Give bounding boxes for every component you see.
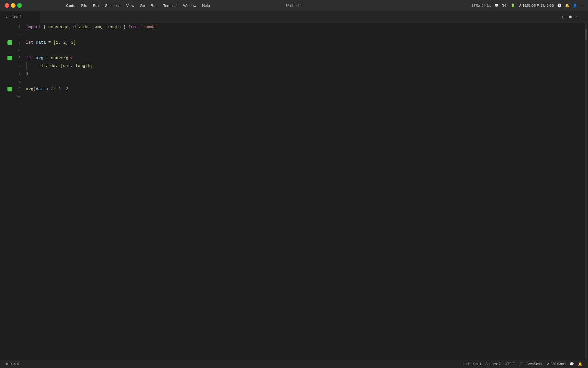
warning-number: 0 — [17, 362, 19, 366]
code-token: , — [70, 64, 75, 68]
titlebar-system-info: 2 KB/s 0 KB/s 💬 34° 🔋 U: 18.55 GB F: 13.… — [471, 3, 588, 7]
code-token: avg — [36, 56, 43, 60]
gutter-row: 4 — [0, 46, 23, 54]
code-token — [61, 87, 66, 91]
menu-go[interactable]: Go — [137, 2, 148, 9]
titlebar-left — [0, 3, 57, 8]
notification-bell[interactable]: 🔔 — [576, 360, 584, 368]
menu-run[interactable]: Run — [148, 2, 160, 9]
indentation[interactable]: Spaces: 2 — [484, 360, 502, 368]
breakpoint-placeholder — [7, 48, 12, 53]
warning-icon: ⚠ — [13, 362, 16, 366]
network-info: 2 KB/s 0 KB/s — [471, 4, 491, 7]
gutter-row: 3 — [0, 39, 23, 46]
code-token: 2 — [63, 40, 66, 45]
code-token: import — [26, 25, 41, 29]
code-line — [26, 46, 584, 54]
code-token: divide — [73, 25, 88, 29]
line-number: 2 — [14, 32, 21, 37]
code-token: sum — [93, 25, 101, 29]
breakpoint-placeholder — [7, 95, 12, 99]
code-line: import { converge, divide, sum, length }… — [26, 23, 584, 31]
menu-window[interactable]: Window — [180, 2, 199, 9]
code-token: ] — [90, 64, 93, 68]
language-mode[interactable]: JavaScript — [525, 360, 544, 368]
more-icon[interactable]: ··· — [581, 3, 583, 7]
code-token: data — [36, 87, 46, 91]
menu-edit[interactable]: Edit — [90, 2, 102, 9]
split-editor-button[interactable]: ⊞ — [562, 14, 565, 20]
tab-actions: ⊞ ··· — [562, 11, 588, 23]
encoding-text: UTF-8 — [505, 362, 514, 366]
line-ending-text: LF — [519, 362, 523, 366]
more-actions-button[interactable]: ··· — [575, 14, 583, 20]
tab-label: Untitled-1 — [6, 15, 22, 19]
editor-content[interactable]: import { converge, divide, sum, length }… — [23, 23, 584, 359]
line-number: 3 — [14, 40, 21, 45]
code-line: divide, [sum, length] — [26, 62, 584, 70]
scrollbar-area[interactable] — [584, 23, 588, 359]
breakpoint-placeholder — [7, 25, 12, 29]
breakpoint-placeholder — [7, 71, 12, 76]
speech-icon: 💬 — [570, 362, 574, 366]
feedback-icon[interactable]: 💬 — [568, 360, 576, 368]
code-token: 'ramda' — [141, 25, 158, 29]
active-tab[interactable]: Untitled-1 — [0, 11, 40, 23]
code-token: = — [43, 56, 51, 60]
menu-selection[interactable]: Selection — [102, 2, 123, 9]
error-count[interactable]: ⊗ 0 ⚠ 0 — [4, 360, 21, 368]
code-token: ) — [26, 71, 28, 76]
code-token: 3 — [71, 40, 74, 45]
menubar: Code File Edit Selection View Go Run Ter… — [57, 2, 471, 9]
line-ending[interactable]: LF — [517, 360, 524, 368]
code-token: ( — [71, 56, 74, 60]
code-token: data — [36, 40, 46, 45]
timing-text: ✔ 230.03ms — [547, 362, 566, 366]
maximize-button[interactable] — [17, 3, 22, 8]
code-token: sum — [63, 64, 70, 68]
cursor-position[interactable]: Ln 10, Col 1 — [461, 360, 483, 368]
scrollbar-thumb[interactable] — [585, 29, 587, 40]
titlebar: Code File Edit Selection View Go Run Ter… — [0, 0, 588, 11]
code-token: , — [58, 40, 63, 45]
wechat-icon: 💬 — [494, 3, 499, 7]
user-icon: 👤 — [573, 3, 577, 7]
error-number: 0 — [10, 362, 12, 366]
gutter-row: 8 — [0, 77, 23, 85]
code-token: , — [55, 64, 60, 68]
code-lines: import { converge, divide, sum, length }… — [23, 23, 584, 101]
gutter-row: 9 — [0, 85, 23, 93]
breakpoint-placeholder — [7, 64, 12, 68]
code-line: avg(data) // ? 2 — [26, 85, 584, 93]
bell-icon: 🔔 — [578, 362, 582, 366]
breakpoint-placeholder — [7, 32, 12, 37]
temperature: 34° — [502, 3, 507, 7]
code-token: ( — [33, 87, 36, 91]
menu-view[interactable]: View — [123, 2, 137, 9]
scrollbar-track — [585, 23, 587, 359]
menu-help[interactable]: Help — [199, 2, 213, 9]
code-token: length — [75, 64, 90, 68]
code-line — [26, 93, 584, 101]
storage-info: U: 18.55 GB F: 13.45 GB — [519, 4, 554, 7]
code-token: from — [128, 25, 138, 29]
line-number: 9 — [14, 87, 21, 91]
breakpoint-placeholder — [7, 79, 12, 84]
encoding[interactable]: UTF-8 — [503, 360, 516, 368]
code-token: , — [66, 40, 71, 45]
code-token — [138, 25, 141, 29]
code-token: , — [88, 25, 93, 29]
menu-code[interactable]: Code — [63, 2, 78, 9]
timing[interactable]: ✔ 230.03ms — [545, 360, 567, 368]
minimize-button[interactable] — [11, 3, 16, 8]
code-token: [ — [53, 40, 56, 45]
code-token: divide — [35, 64, 55, 68]
close-button[interactable] — [5, 3, 9, 8]
breakpoint-indicator — [7, 56, 12, 60]
menu-terminal[interactable]: Terminal — [160, 2, 180, 9]
code-token: } — [121, 25, 128, 29]
code-token — [33, 40, 36, 45]
code-token — [48, 87, 51, 91]
line-number: 1 — [14, 25, 21, 29]
menu-file[interactable]: File — [78, 2, 90, 9]
